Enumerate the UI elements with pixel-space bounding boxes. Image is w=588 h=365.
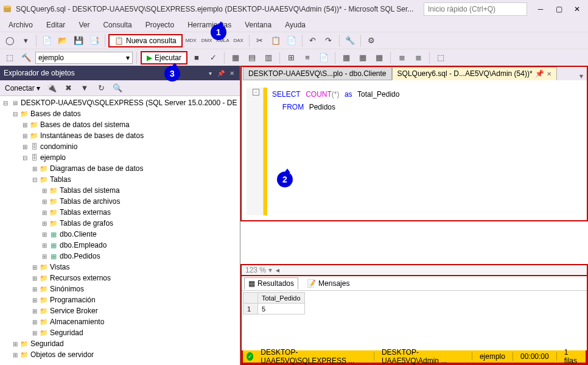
panel-close-icon[interactable]: ✕	[228, 69, 236, 77]
redo-button[interactable]: ↷	[321, 33, 336, 48]
tabs-dropdown-icon[interactable]: ▾	[576, 72, 587, 80]
sql-editor[interactable]: − SELECT COUNT(*) as Total_Pedido FROM P…	[240, 80, 588, 221]
tree-dbo-cliente-node[interactable]: ⊞▦dbo.Cliente	[1, 229, 239, 240]
tree-databases-node[interactable]: ⊟📁Bases de datos	[1, 108, 239, 119]
code-content[interactable]: SELECT COUNT(*) as Total_Pedido FROM Ped…	[267, 88, 399, 215]
menu-consulta[interactable]: Consulta	[97, 19, 138, 30]
menu-ayuda[interactable]: Ayuda	[279, 19, 312, 30]
play-icon: ▶	[147, 54, 152, 62]
forward-button[interactable]: ▾	[18, 33, 33, 48]
nueva-consulta-button[interactable]: 📋 Nueva consulta	[108, 34, 183, 47]
quick-launch-input[interactable]	[424, 2, 527, 16]
tree-security-node[interactable]: ⊞📁Seguridad	[1, 327, 239, 338]
filter-button[interactable]: ▼	[77, 81, 92, 96]
tab-sqlquery6[interactable]: SQLQuery6.sql - D...AE5VQ\Admin (54))* 📌…	[392, 67, 557, 80]
results-grid-button[interactable]: ⊞	[284, 50, 298, 65]
undo-button[interactable]: ↶	[306, 33, 320, 48]
back-button[interactable]: ◯	[2, 33, 17, 48]
close-icon[interactable]: ✕	[547, 71, 551, 77]
save-all-button[interactable]: 📑	[87, 33, 102, 48]
open-button[interactable]: 📂	[55, 33, 70, 48]
include-plan-button[interactable]: ▤	[245, 50, 259, 65]
check-button[interactable]: ✓	[206, 50, 220, 65]
tree-service-broker-node[interactable]: ⊞📁Service Broker	[1, 305, 239, 316]
menu-herramientas[interactable]: Herramientas	[181, 19, 237, 30]
grid-column-header[interactable]: Total_Pedido	[258, 293, 305, 304]
grid-icon: ▦	[248, 279, 255, 288]
mdx-button[interactable]: MDX	[184, 33, 198, 48]
tree-dbo-pedidos-node[interactable]: ⊞▦dbo.Pedidos	[1, 251, 239, 262]
tree-external-resources-node[interactable]: ⊞📁Recursos externos	[1, 273, 239, 283]
tree-system-db-node[interactable]: ⊞📁Bases de datos del sistema	[1, 119, 239, 130]
table-row[interactable]: 1 5	[243, 304, 305, 315]
cell-value[interactable]: 5	[258, 304, 305, 315]
tree-programming-node[interactable]: ⊞📁Programación	[1, 294, 239, 305]
settings-button[interactable]: ⚙	[364, 33, 379, 48]
specify-values-button[interactable]: ≣	[411, 50, 425, 65]
tree-file-tables-node[interactable]: ⊞📁Tablas de archivos	[1, 196, 239, 207]
result-tab-resultados[interactable]: ▦ Resultados	[244, 277, 298, 290]
connect-button[interactable]: 🔌	[44, 81, 59, 96]
copy-button[interactable]: 📋	[268, 33, 283, 48]
database-combo[interactable]: ejemplo ▾	[35, 52, 133, 64]
tree-system-tables-node[interactable]: ⊞📁Tablas del sistema	[1, 185, 239, 196]
tree-security2-node[interactable]: ⊞📁Seguridad	[1, 338, 239, 349]
window-title: SQLQuery6.sql - DESKTOP-UAAE5VQ\SQLEXPRE…	[16, 5, 424, 13]
tree-external-tables-node[interactable]: ⊞📁Tablas externas	[1, 207, 239, 218]
minimize-button[interactable]: ─	[532, 2, 549, 16]
cut-button[interactable]: ✂	[253, 33, 267, 48]
save-button[interactable]: 💾	[71, 33, 86, 48]
indent-button[interactable]: ▦	[372, 50, 387, 65]
tab-dbo-cliente[interactable]: DESKTOP-UAAE5VQ\S...plo - dbo.Cliente	[243, 67, 392, 80]
menu-archivo[interactable]: Archivo	[2, 19, 39, 30]
tree-condominio-node[interactable]: ⊞🗄condominio	[1, 141, 239, 152]
disconnect-button[interactable]: ✖	[61, 81, 75, 96]
tree-diagrams-node[interactable]: ⊞📁Diagramas de base de datos	[1, 163, 239, 174]
tree-dbo-empleado-node[interactable]: ⊞▦dbo.Empleado	[1, 240, 239, 251]
new-button[interactable]: 📄	[40, 33, 54, 48]
uncomment-button[interactable]: ▦	[355, 50, 370, 65]
toggle-button[interactable]: ⬚	[433, 50, 448, 65]
tree-graph-tables-node[interactable]: ⊞📁Tablas de grafos	[1, 218, 239, 229]
refresh-button[interactable]: ↻	[94, 81, 108, 96]
paste-button[interactable]: 📄	[284, 33, 299, 48]
tree-ejemplo-node[interactable]: ⊟🗄ejemplo	[1, 152, 239, 163]
stop-button[interactable]: ■	[189, 50, 204, 65]
tool-btn-1[interactable]: ⬚	[2, 50, 17, 65]
menu-ventana[interactable]: Ventana	[239, 19, 278, 30]
tree-storage-node[interactable]: ⊞📁Almacenamiento	[1, 316, 239, 327]
tree-server-node[interactable]: ⊟🖥DESKTOP-UAAE5VQ\SQLEXPRESS (SQL Server…	[1, 97, 239, 108]
query-options-button[interactable]: ▥	[261, 50, 276, 65]
conectar-dropdown[interactable]: Conectar ▾	[2, 84, 43, 92]
new-query-icon: 📋	[114, 36, 124, 45]
ejecutar-button[interactable]: ▶ Ejecutar	[141, 51, 187, 64]
object-tree[interactable]: ⊟🖥DESKTOP-UAAE5VQ\SQLEXPRESS (SQL Server…	[0, 96, 240, 365]
tool-btn-2[interactable]: 🔨	[19, 50, 33, 65]
properties-button[interactable]: 🔧	[343, 33, 357, 48]
maximize-button[interactable]: ▢	[550, 2, 567, 16]
results-grid[interactable]: Total_Pedido 1 5	[242, 291, 587, 316]
display-plan-button[interactable]: ▦	[228, 50, 243, 65]
search-button[interactable]: 🔍	[110, 81, 125, 96]
zoom-level[interactable]: 123 %	[245, 266, 266, 274]
results-file-button[interactable]: 📄	[317, 50, 331, 65]
pin-icon[interactable]: 📌	[535, 69, 544, 78]
chevron-down-icon[interactable]: ▾	[268, 266, 272, 274]
panel-dropdown-icon[interactable]: ▾	[206, 69, 214, 77]
outdent-button[interactable]: ≣	[394, 50, 409, 65]
result-tab-mensajes[interactable]: 📝 Mensajes	[303, 278, 353, 289]
collapse-toggle[interactable]: −	[253, 89, 259, 96]
panel-pin-icon[interactable]: 📌	[217, 69, 225, 77]
tree-server-objects-node[interactable]: ⊞📁Objetos de servidor	[1, 349, 239, 360]
menu-editar[interactable]: Editar	[40, 19, 71, 30]
close-button[interactable]: ✕	[569, 2, 586, 16]
tree-views-node[interactable]: ⊞📁Vistas	[1, 262, 239, 273]
tree-snapshots-node[interactable]: ⊞📁Instantáneas de bases de datos	[1, 130, 239, 141]
results-text-button[interactable]: ≡	[300, 50, 315, 65]
tree-tables-node[interactable]: ⊟📁Tablas	[1, 174, 239, 185]
comment-button[interactable]: ▦	[339, 50, 354, 65]
menu-ver[interactable]: Ver	[72, 19, 96, 30]
tree-synonyms-node[interactable]: ⊞📁Sinónimos	[1, 283, 239, 294]
dax-button[interactable]: DAX	[231, 33, 246, 48]
menu-proyecto[interactable]: Proyecto	[139, 19, 180, 30]
